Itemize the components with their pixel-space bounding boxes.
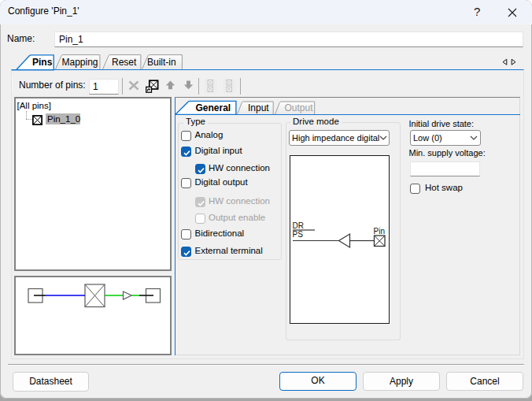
svg-text:DR: DR	[293, 221, 304, 230]
svg-text:Pin: Pin	[374, 227, 385, 236]
svg-text:PS: PS	[293, 230, 304, 239]
